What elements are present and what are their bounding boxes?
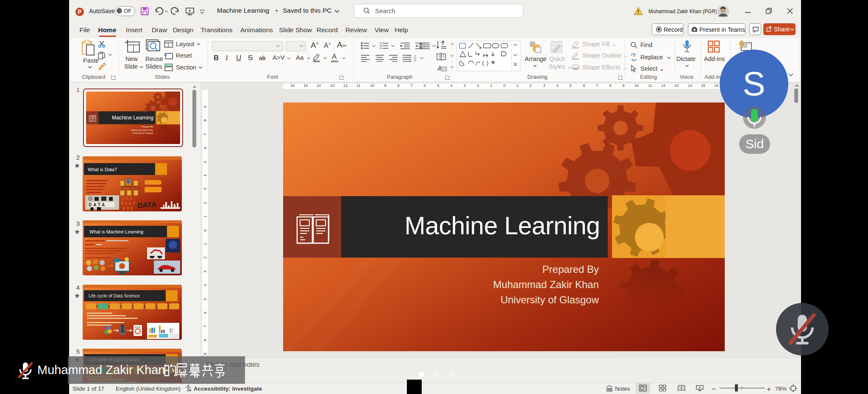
svg-text:P: P [78,8,81,15]
svg-text:Life cycle of Data Science: Life cycle of Data Science [89,293,140,298]
svg-text:c: c [632,57,634,61]
svg-text:4 5 6 7: 4 5 6 7 [121,201,135,206]
svg-text:8 9 0: 8 9 0 [122,206,133,211]
svg-text:PAGE: PAGE [135,326,141,328]
svg-text:1 2 3: 1 2 3 [122,196,132,201]
svg-text:DATA: DATA [89,203,106,207]
svg-text:What is Data?: What is Data? [88,167,117,172]
svg-text:DATA: DATA [137,200,157,210]
svg-text:What is Machine Learning: What is Machine Learning [89,229,143,234]
